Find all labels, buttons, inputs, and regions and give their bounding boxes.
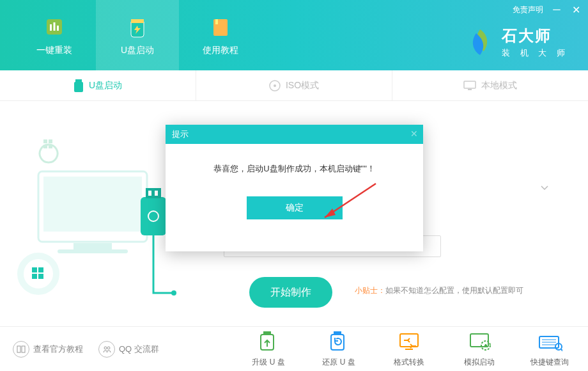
start-button[interactable]: 开始制作: [249, 277, 332, 308]
nav-label: 使用教程: [203, 45, 238, 56]
svg-point-35: [107, 347, 110, 349]
app-header: 一键重装 U盘启动 使用教程 免责声明 ─ ✕ 石大师 装 机 大 师: [0, 0, 588, 70]
svg-point-10: [274, 84, 276, 87]
svg-rect-12: [468, 89, 472, 90]
usb-boot-icon: [125, 14, 150, 40]
iso-icon: [269, 80, 281, 91]
svg-rect-7: [75, 79, 82, 82]
nav-tab-tutorial[interactable]: 使用教程: [179, 0, 262, 70]
svg-rect-4: [131, 19, 144, 23]
svg-rect-29: [155, 191, 158, 196]
action-label: 格式转换: [394, 357, 424, 368]
svg-rect-18: [32, 267, 37, 272]
dropdown-toggle[interactable]: [533, 177, 556, 200]
svg-rect-3: [57, 26, 59, 31]
people-icon: [98, 341, 115, 358]
brand-subtitle: 装 机 大 师: [502, 47, 569, 59]
dialog-close-button[interactable]: ✕: [410, 129, 418, 139]
svg-rect-33: [22, 346, 25, 352]
action-label: 快捷键查询: [530, 357, 569, 368]
svg-rect-39: [331, 335, 344, 350]
svg-rect-28: [148, 191, 151, 196]
simulate-boot-icon: [467, 330, 492, 353]
svg-rect-40: [400, 334, 418, 347]
hotkey-lookup-icon: [537, 330, 562, 353]
dialog-header: 提示 ✕: [166, 125, 423, 144]
svg-point-34: [104, 347, 107, 349]
monitor-icon: [463, 81, 476, 91]
nav-label: U盘启动: [121, 45, 154, 56]
restore-usb-icon: [326, 330, 352, 353]
svg-rect-25: [49, 145, 52, 148]
brand: 石大师 装 机 大 师: [465, 26, 569, 59]
brand-name: 石大师: [502, 26, 569, 46]
nav-label: 一键重装: [36, 45, 72, 56]
svg-rect-26: [141, 197, 166, 235]
chevron-down-icon: [541, 186, 548, 191]
mode-tab-usb[interactable]: U盘启动: [0, 70, 196, 100]
disclaimer-link[interactable]: 免责声明: [513, 4, 543, 15]
mode-label: ISO模式: [286, 80, 319, 91]
svg-rect-14: [43, 177, 142, 232]
action-label: 还原 U 盘: [322, 357, 355, 368]
action-label: 升级 U 盘: [252, 357, 284, 368]
mode-tabs: U盘启动 ISO模式 本地模式: [0, 70, 588, 101]
usb-icon: [74, 79, 84, 92]
footer-link-label: QQ 交流群: [119, 343, 159, 355]
minimize-button[interactable]: ─: [551, 4, 562, 15]
svg-rect-20: [32, 274, 37, 279]
dialog-message: 恭喜您，启动U盘制作成功，本机启动键""！: [166, 144, 423, 175]
dialog-title: 提示: [172, 129, 189, 140]
action-format-convert[interactable]: 格式转换: [383, 330, 435, 368]
svg-rect-6: [215, 19, 218, 24]
mode-tab-local[interactable]: 本地模式: [392, 70, 588, 100]
action-label: 模拟启动: [464, 357, 495, 368]
action-restore-usb[interactable]: 还原 U 盘: [313, 330, 364, 368]
computer-illustration: [13, 127, 185, 306]
format-convert-icon: [396, 330, 422, 353]
svg-rect-32: [17, 346, 20, 352]
footer: 查看官方教程 QQ 交流群 升级 U 盘 还原 U 盘 格式转换 模拟启动 快捷…: [0, 326, 588, 371]
svg-point-31: [171, 290, 176, 296]
nav-tab-reinstall[interactable]: 一键重装: [13, 0, 96, 70]
footer-link-qq[interactable]: QQ 交流群: [98, 341, 159, 358]
close-button[interactable]: ✕: [570, 4, 582, 15]
footer-link-label: 查看官方教程: [33, 343, 83, 355]
svg-rect-22: [43, 139, 47, 143]
nav-tab-usb-boot[interactable]: U盘启动: [96, 0, 179, 70]
tip-text: 小贴士：如果不知道怎么配置，使用默认配置即可: [355, 285, 523, 296]
svg-rect-15: [74, 243, 112, 249]
book-icon: [13, 341, 29, 358]
footer-link-tutorial[interactable]: 查看官方教程: [13, 341, 83, 358]
dialog-ok-button[interactable]: 确定: [247, 196, 343, 219]
mode-label: 本地模式: [481, 80, 517, 91]
mode-label: U盘启动: [89, 80, 122, 91]
svg-rect-1: [50, 24, 52, 31]
action-upgrade-usb[interactable]: 升级 U 盘: [243, 330, 294, 368]
success-dialog: 提示 ✕ 恭喜您，启动U盘制作成功，本机启动键""！ 确定: [166, 125, 423, 251]
mode-tab-iso[interactable]: ISO模式: [196, 70, 392, 100]
nav-tabs: 一键重装 U盘启动 使用教程: [0, 0, 262, 70]
svg-rect-21: [38, 274, 43, 279]
svg-line-48: [561, 349, 562, 352]
svg-rect-19: [38, 267, 43, 272]
svg-rect-11: [464, 81, 476, 88]
svg-rect-23: [49, 139, 52, 143]
svg-rect-2: [54, 22, 56, 31]
tutorial-icon: [208, 14, 233, 40]
tip-body: 如果不知道怎么配置，使用默认配置即可: [385, 286, 523, 295]
upgrade-usb-icon: [256, 330, 281, 353]
window-controls: 免责声明 ─ ✕: [506, 0, 588, 19]
action-hotkey-lookup[interactable]: 快捷键查询: [524, 330, 575, 368]
tip-label: 小贴士：: [355, 286, 385, 295]
action-simulate-boot[interactable]: 模拟启动: [454, 330, 505, 368]
svg-rect-8: [74, 82, 83, 92]
svg-rect-16: [58, 249, 128, 253]
svg-rect-24: [43, 145, 47, 148]
reinstall-icon: [42, 14, 67, 40]
svg-rect-27: [146, 188, 161, 198]
brand-logo-icon: [465, 27, 495, 58]
